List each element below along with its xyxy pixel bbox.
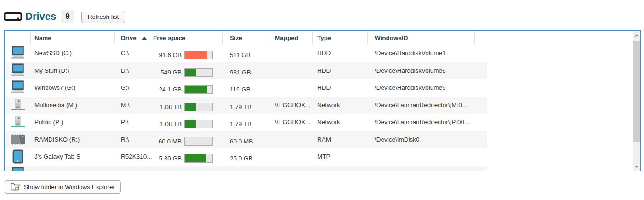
cell-free-space: 549 GB [150,68,223,77]
free-space-bar [184,68,213,77]
cell-drive-text: T:\ [121,171,127,171]
free-space-bar [184,120,213,128]
ram-icon [10,132,26,147]
table-row[interactable]: Multimedia (M:)M:\1.08 TB1.79 TB\\EGGBOX… [5,97,487,114]
cell-size-text: 25.0 GB [230,155,253,162]
scrollbar-thumb[interactable] [633,41,640,142]
cell-drive-text: M:\ [121,102,130,109]
free-space-value: 1.08 TB [150,103,182,110]
cell-drive: G:\ [115,84,150,91]
free-space-bar [184,137,213,146]
free-space-value: 549 GB [150,69,182,76]
cell-size: 1.79 TB [223,103,272,110]
cell-name-text: RAMDISKO (R:) [34,136,80,143]
table-row[interactable]: DV-Testing (T:)T:\HDD\Device\HarddiskVol… [5,166,487,172]
cell-drive: D:\ [115,67,150,74]
cell-windowsid-text: \Device\LanmanRedirector\;M:0... [375,102,467,109]
cell-type: MTP [313,153,368,160]
folder-search-icon [11,183,20,191]
free-space-bar-fill [185,154,206,162]
cell-name-text: DV-Testing (T:) [34,171,75,171]
column-header-freespace[interactable]: Free space [150,31,223,45]
cell-type-text: HDD [317,171,331,171]
cell-name: Windows7 (G:) [31,84,115,91]
cell-icon [5,80,31,95]
scroll-down-button[interactable] [633,162,640,171]
cell-size-text: 119 GB [230,86,251,93]
free-space-bar-fill [185,69,196,76]
cell-icon [5,46,31,60]
cell-free-space: 24.1 GB [150,85,223,94]
column-header-name[interactable]: Name [31,31,115,45]
cell-type-text: Network [317,102,340,109]
column-label: Drive [121,34,137,41]
cell-type: HDD [313,50,368,57]
cell-windowsid: \Device\LanmanRedirector\;M:0... [368,102,475,109]
cell-windowsid-text: \Device\HarddiskVolume1 [375,50,446,57]
free-space-bar [184,85,213,94]
column-header-type[interactable]: Type [313,31,368,45]
cell-drive: P:\ [115,119,150,126]
column-header-icon[interactable] [5,31,31,45]
cell-name: NewSSD (C:) [31,50,115,57]
cell-type-text: RAM [317,136,331,143]
show-folder-button[interactable]: Show folder in Windows Explorer [5,180,121,194]
free-space-value: 1.08 TB [150,120,182,127]
cell-mapped-text: \\EGGBOX... [275,119,310,126]
computer-icon [10,80,26,95]
cell-free-space: 1.08 TB [150,120,223,128]
free-space-bar-fill [185,51,207,59]
chevron-down-icon [634,165,639,168]
column-label: Free space [153,34,186,41]
cell-name: Multimedia (M:) [31,102,115,109]
table-row[interactable]: Windows7 (G:)G:\24.1 GB119 GBHDD\Device\… [5,79,487,97]
free-space-bar-fill [185,86,207,93]
sort-ascending-icon [142,37,147,40]
cell-size-text: 60.0 MB [230,138,253,145]
table-header: Name Drive Free space Size Mapped Type W… [5,31,640,45]
computer-icon [10,63,26,78]
cell-drive: C:\ [115,50,150,57]
free-space-value: 5.30 GB [150,155,182,162]
cell-type-text: MTP [317,153,331,160]
table-row[interactable]: J's Galaxy Tab SR52K310...5.30 GB25.0 GB… [5,148,487,166]
table-row[interactable]: RAMDISKO (R:)R:\60.0 MB60.0 MBRAM\Device… [5,131,487,149]
table-row[interactable]: Public (P:)P:\1.08 TB1.79 TB\\EGGBOX...N… [5,114,487,131]
vertical-scrollbar[interactable] [633,31,640,171]
chevron-up-icon [634,34,639,37]
free-space-bar-fill [185,120,196,128]
cell-type: RAM [313,136,368,143]
scroll-up-button[interactable] [633,31,640,40]
cell-type-text: HDD [317,67,331,74]
column-label: Type [317,34,331,41]
column-header-drive[interactable]: Drive [115,31,150,45]
cell-name: My Stuff (D:) [31,67,115,74]
drives-table: Name Drive Free space Size Mapped Type W… [4,30,641,171]
cell-windowsid-text: \Device\ImDisk0 [375,136,420,143]
cell-drive-text: P:\ [121,119,129,126]
free-space-value: 24.1 GB [150,86,182,93]
column-header-mapped[interactable]: Mapped [272,31,313,45]
cell-size: 931 GB [223,69,272,76]
cell-name: J's Galaxy Tab S [31,153,115,160]
table-row[interactable]: NewSSD (C:)C:\91.6 GB511 GBHDD\Device\Ha… [5,45,487,62]
table-row[interactable]: My Stuff (D:)D:\549 GB931 GBHDD\Device\H… [5,62,487,80]
column-header-windowsid[interactable]: WindowsID [368,31,475,45]
column-label: Size [230,34,242,41]
cell-windowsid: \Device\ImDisk0 [368,136,475,143]
cell-drive-text: C:\ [121,50,129,57]
cell-windowsid: \Device\HarddiskVolume6 [368,67,475,74]
cell-free-space: 91.6 GB [150,51,223,59]
cell-icon [5,63,31,78]
column-label: WindowsID [375,34,408,41]
refresh-list-button[interactable]: Refresh list [81,11,125,23]
cell-name: Public (P:) [31,119,115,126]
column-header-size[interactable]: Size [223,31,272,45]
free-space-bar [184,103,213,111]
column-label: Name [34,34,51,41]
cell-type: HDD [313,84,368,91]
free-space-bar [184,51,213,59]
cell-name-text: Multimedia (M:) [34,102,77,109]
cell-icon [5,167,31,171]
cell-size-text: 931 GB [230,69,251,76]
